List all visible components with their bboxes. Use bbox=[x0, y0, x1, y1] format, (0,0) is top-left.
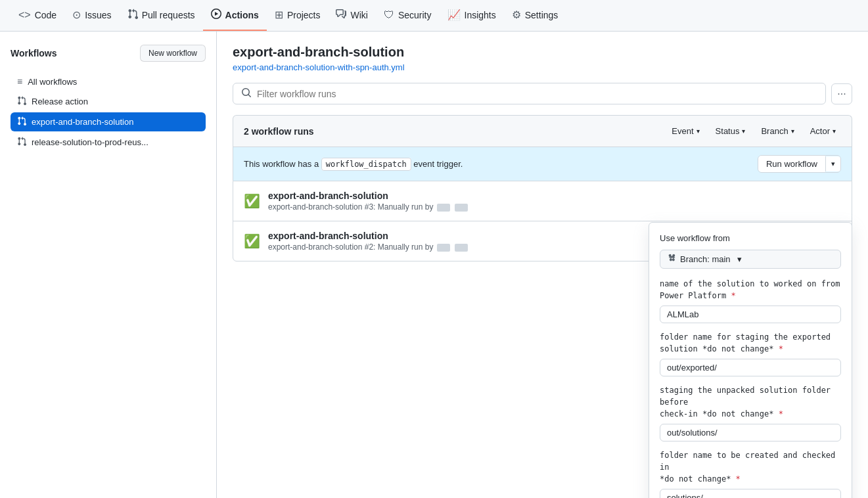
sidebar-item-export-and-branch[interactable]: export-and-branch-solution bbox=[11, 112, 206, 131]
nav-projects[interactable]: ⊞ Projects bbox=[267, 0, 329, 31]
field-label-folder-staging: folder name for staging the exportedsolu… bbox=[660, 331, 841, 355]
branch-select-arrow: ▾ bbox=[737, 254, 742, 264]
nav-pull-requests[interactable]: Pull requests bbox=[120, 0, 203, 31]
release-solution-icon bbox=[17, 137, 26, 148]
export-and-branch-icon bbox=[17, 116, 26, 127]
search-icon bbox=[241, 87, 252, 100]
more-options-button[interactable]: ··· bbox=[831, 83, 852, 104]
branch-filter[interactable]: Branch ▾ bbox=[756, 124, 799, 139]
new-workflow-button[interactable]: New workflow bbox=[140, 45, 206, 62]
run-workflow-button[interactable]: Run workflow ▾ bbox=[758, 155, 841, 173]
run-workflow-dropdown: Use workflow from Branch: main ▾ name of… bbox=[649, 222, 852, 498]
nav-wiki[interactable]: Wiki bbox=[328, 0, 375, 31]
insights-icon: 📈 bbox=[447, 9, 461, 21]
pull-requests-icon bbox=[127, 9, 138, 22]
avatar bbox=[437, 204, 450, 212]
field-label-solution-name: name of the solution to worked on fromPo… bbox=[660, 278, 841, 302]
avatar bbox=[455, 204, 468, 212]
all-workflows-icon: ≡ bbox=[17, 76, 22, 87]
required-star: * bbox=[779, 344, 783, 353]
sidebar-item-label: Release action bbox=[32, 97, 88, 106]
sidebar-title: Workflows bbox=[11, 48, 57, 58]
sidebar-item-release-solution[interactable]: release-solution-to-prod-reus... bbox=[11, 133, 206, 152]
required-star: * bbox=[779, 409, 783, 419]
run-meta: export-and-branch-solution #3: Manually … bbox=[268, 202, 841, 212]
nav-settings[interactable]: ⚙ Settings bbox=[504, 0, 566, 31]
nav-code[interactable]: <> Code bbox=[11, 0, 64, 31]
sidebar-item-label: release-solution-to-prod-reus... bbox=[32, 137, 148, 147]
run-name: export-and-branch-solution bbox=[268, 191, 841, 201]
run-success-icon: ✅ bbox=[244, 193, 260, 209]
nav-insights[interactable]: 📈 Insights bbox=[440, 0, 504, 31]
field-solution-name[interactable] bbox=[660, 306, 841, 323]
field-label-folder-unpacked: staging the unpacked solution folder bef… bbox=[660, 384, 841, 420]
sidebar-item-all-workflows[interactable]: ≡ All workflows bbox=[11, 72, 206, 91]
actor-filter-arrow: ▾ bbox=[833, 127, 836, 135]
status-filter[interactable]: Status ▾ bbox=[710, 124, 751, 139]
table-row[interactable]: ✅ export-and-branch-solution export-and-… bbox=[233, 181, 852, 221]
repo-title: export-and-branch-solution bbox=[233, 45, 852, 60]
runs-count: 2 workflow runs bbox=[244, 126, 314, 137]
code-icon: <> bbox=[18, 9, 31, 21]
issues-icon: ⊙ bbox=[72, 9, 81, 21]
field-folder-staging[interactable] bbox=[660, 359, 841, 376]
nav-actions[interactable]: Actions bbox=[203, 0, 267, 31]
field-folder-unpacked[interactable] bbox=[660, 424, 841, 441]
required-star: * bbox=[736, 474, 741, 484]
sidebar-section: ≡ All workflows Release action export-an… bbox=[11, 72, 206, 152]
settings-icon: ⚙ bbox=[512, 9, 521, 21]
field-folder-checked-in[interactable] bbox=[660, 489, 841, 498]
sidebar-header: Workflows New workflow bbox=[11, 45, 206, 62]
workflow-banner: This workflow has a workflow_dispatch ev… bbox=[233, 147, 852, 181]
run-info: export-and-branch-solution export-and-br… bbox=[268, 191, 841, 212]
search-row: ··· bbox=[233, 83, 852, 104]
branch-select[interactable]: Branch: main ▾ bbox=[660, 250, 841, 269]
run-workflow-arrow[interactable]: ▾ bbox=[825, 156, 840, 171]
banner-text: This workflow has a workflow_dispatch ev… bbox=[244, 159, 463, 169]
run-success-icon: ✅ bbox=[244, 233, 260, 249]
nav-security[interactable]: 🛡 Security bbox=[376, 0, 440, 31]
search-input[interactable] bbox=[257, 89, 817, 99]
status-filter-arrow: ▾ bbox=[742, 127, 745, 135]
sidebar-item-label: export-and-branch-solution bbox=[32, 117, 133, 127]
field-label-folder-checked-in: folder name to be created and checked in… bbox=[660, 449, 841, 485]
projects-icon: ⊞ bbox=[275, 9, 283, 21]
avatar bbox=[455, 244, 468, 252]
run-workflow-label[interactable]: Run workflow bbox=[758, 156, 825, 172]
main-content: export-and-branch-solution export-and-br… bbox=[217, 32, 868, 498]
runs-header: 2 workflow runs Event ▾ Status ▾ Branch … bbox=[233, 115, 852, 147]
avatar bbox=[437, 244, 450, 252]
actor-filter[interactable]: Actor ▾ bbox=[805, 124, 841, 139]
dropdown-title: Use workflow from bbox=[660, 233, 841, 243]
top-navigation: <> Code ⊙ Issues Pull requests Actions ⊞… bbox=[0, 0, 868, 32]
sidebar-item-release-action[interactable]: Release action bbox=[11, 92, 206, 111]
sidebar-item-label: All workflows bbox=[28, 77, 77, 87]
nav-issues[interactable]: ⊙ Issues bbox=[64, 0, 119, 31]
repo-subtitle[interactable]: export-and-branch-solution-with-spn-auth… bbox=[233, 62, 852, 72]
event-filter[interactable]: Event ▾ bbox=[666, 124, 704, 139]
required-star: * bbox=[731, 291, 735, 300]
main-layout: Workflows New workflow ≡ All workflows R… bbox=[0, 32, 868, 498]
sidebar: Workflows New workflow ≡ All workflows R… bbox=[0, 32, 217, 498]
wiki-icon bbox=[336, 9, 346, 22]
branch-label: Branch: main bbox=[680, 254, 731, 264]
branch-filter-arrow: ▾ bbox=[791, 127, 794, 135]
filter-buttons: Event ▾ Status ▾ Branch ▾ Actor ▾ bbox=[666, 124, 841, 139]
actions-icon bbox=[211, 9, 221, 22]
banner-code: workflow_dispatch bbox=[321, 158, 411, 171]
search-input-wrap bbox=[233, 83, 826, 104]
branch-icon bbox=[667, 254, 676, 265]
release-action-icon bbox=[17, 96, 26, 107]
event-filter-arrow: ▾ bbox=[697, 127, 700, 135]
security-icon: 🛡 bbox=[384, 9, 394, 21]
